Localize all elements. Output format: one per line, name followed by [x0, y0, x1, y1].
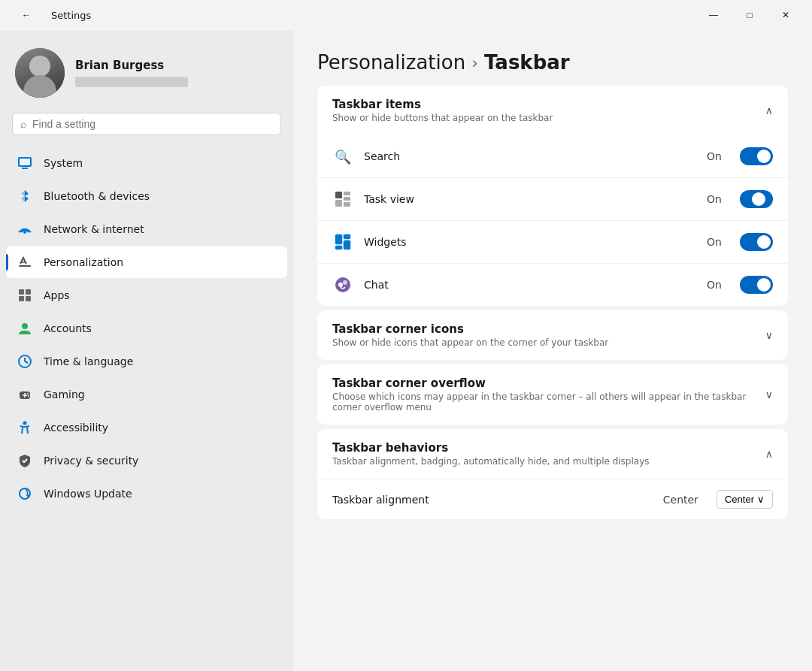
user-name: Brian Burgess: [75, 59, 188, 72]
alignment-dropdown-value: Center: [725, 494, 754, 505]
svg-rect-23: [344, 192, 350, 195]
widgets-item-icon: [332, 231, 353, 252]
taskview-item-status: On: [707, 193, 722, 205]
accounts-nav-icon: [17, 320, 33, 337]
svg-rect-4: [19, 265, 31, 267]
taskview-toggle[interactable]: [740, 190, 773, 208]
svg-point-33: [343, 280, 347, 285]
network-nav-icon: [17, 221, 33, 237]
svg-rect-25: [335, 200, 342, 207]
system-nav-label: System: [44, 157, 83, 169]
user-email-bar: [75, 77, 188, 87]
chat-item-icon: [332, 274, 353, 295]
sidebar-item-system[interactable]: System: [6, 147, 287, 179]
panel-taskbar-items: Taskbar items Show or hide buttons that …: [317, 86, 788, 306]
sidebar-item-gaming[interactable]: Gaming: [6, 379, 287, 410]
chevron-down-icon-2: ∨: [765, 388, 773, 400]
panel-taskbar-corner-icons: Taskbar corner icons Show or hide icons …: [317, 310, 788, 360]
network-nav-label: Network & internet: [44, 223, 144, 235]
personalization-nav-icon: [17, 254, 33, 271]
privacy-nav-icon: [17, 452, 33, 469]
panel-corner-overflow-header[interactable]: Taskbar corner overflow Choose which ico…: [317, 364, 788, 425]
close-button[interactable]: ✕: [768, 3, 803, 27]
avatar: [15, 48, 65, 98]
sidebar-item-apps[interactable]: Apps: [6, 280, 287, 311]
panels-area: Taskbar items Show or hide buttons that …: [293, 86, 812, 671]
panel-behaviors-title: Taskbar behaviors: [332, 441, 650, 455]
gaming-nav-label: Gaming: [44, 388, 85, 400]
svg-rect-22: [335, 192, 342, 198]
breadcrumb-current: Taskbar: [484, 51, 570, 74]
privacy-nav-label: Privacy & security: [44, 455, 138, 467]
taskview-item-label: Task view: [364, 193, 696, 205]
chat-item-status: On: [707, 279, 722, 291]
apps-nav-icon: [17, 287, 33, 304]
chat-toggle[interactable]: [740, 276, 773, 294]
personalization-nav-label: Personalization: [44, 256, 123, 268]
sidebar-item-network[interactable]: Network & internet: [6, 213, 287, 245]
search-item-status: On: [707, 150, 722, 162]
sidebar: Brian Burgess ⌕ SystemBluetooth & device…: [0, 30, 293, 671]
svg-rect-24: [344, 197, 350, 201]
search-toggle[interactable]: [740, 147, 773, 165]
widgets-item-status: On: [707, 236, 722, 248]
search-input[interactable]: [32, 118, 273, 130]
widgets-toggle[interactable]: [740, 233, 773, 251]
back-button[interactable]: ←: [9, 3, 44, 27]
breadcrumb: Personalization › Taskbar: [317, 51, 788, 74]
alignment-dropdown[interactable]: Center ∨: [717, 490, 773, 509]
panel-taskbar-items-title: Taskbar items: [332, 98, 553, 111]
setting-row-search: 🔍 Search On: [317, 135, 788, 177]
svg-rect-7: [26, 289, 31, 295]
time-nav-icon: [17, 353, 33, 370]
sidebar-item-personalization[interactable]: Personalization: [6, 246, 287, 278]
sidebar-item-bluetooth[interactable]: Bluetooth & devices: [6, 180, 287, 212]
svg-rect-27: [335, 234, 342, 244]
maximize-button[interactable]: □: [732, 3, 767, 27]
sidebar-item-time[interactable]: Time & language: [6, 346, 287, 377]
panel-corner-overflow-subtitle: Choose which icons may appear in the tas…: [332, 391, 765, 413]
search-item-icon: 🔍: [332, 146, 353, 167]
panel-taskbar-items-header[interactable]: Taskbar items Show or hide buttons that …: [317, 86, 788, 135]
update-nav-label: Windows Update: [44, 488, 132, 500]
accessibility-nav-icon: [17, 419, 33, 436]
setting-row-chat: Chat On: [317, 263, 788, 306]
panel-taskbar-corner-overflow: Taskbar corner overflow Choose which ico…: [317, 364, 788, 425]
panel-behaviors-header[interactable]: Taskbar behaviors Taskbar alignment, bad…: [317, 429, 788, 479]
apps-nav-label: Apps: [44, 289, 70, 301]
sidebar-item-update[interactable]: Windows Update: [6, 478, 287, 509]
alignment-value: Center: [663, 494, 698, 506]
svg-line-13: [25, 361, 28, 363]
svg-rect-8: [19, 296, 24, 301]
accessibility-nav-label: Accessibility: [44, 422, 108, 434]
svg-rect-9: [26, 296, 31, 301]
nav-list: SystemBluetooth & devicesNetwork & inter…: [0, 147, 293, 509]
svg-point-32: [338, 283, 343, 287]
bluetooth-nav-icon: [17, 188, 33, 204]
panel-corner-icons-header[interactable]: Taskbar corner icons Show or hide icons …: [317, 310, 788, 360]
svg-point-20: [20, 488, 30, 499]
sidebar-item-accounts[interactable]: Accounts: [6, 313, 287, 344]
time-nav-label: Time & language: [44, 355, 133, 367]
title-bar: ← Settings — □ ✕: [0, 0, 812, 30]
alignment-chevron-icon: ∨: [757, 494, 765, 505]
setting-row-widgets: Widgets On: [317, 220, 788, 263]
panel-corner-icons-title: Taskbar corner icons: [332, 322, 608, 336]
sidebar-item-accessibility[interactable]: Accessibility: [6, 412, 287, 443]
minimize-button[interactable]: —: [696, 3, 731, 27]
svg-point-19: [23, 422, 27, 425]
svg-point-18: [28, 395, 29, 397]
bluetooth-nav-label: Bluetooth & devices: [44, 190, 150, 202]
panel-taskbar-items-subtitle: Show or hide buttons that appear on the …: [332, 113, 553, 123]
chevron-down-icon-1: ∨: [765, 329, 773, 341]
svg-rect-28: [344, 234, 350, 239]
page-header: Personalization › Taskbar: [293, 30, 812, 86]
panel-corner-icons-subtitle: Show or hide icons that appear on the co…: [332, 337, 608, 348]
sidebar-item-privacy[interactable]: Privacy & security: [6, 445, 287, 476]
main-content: Personalization › Taskbar Taskbar items …: [293, 30, 812, 671]
svg-point-17: [27, 393, 29, 394]
svg-rect-6: [19, 289, 24, 295]
search-item-label: Search: [364, 150, 696, 162]
svg-point-10: [22, 323, 28, 329]
search-box[interactable]: ⌕: [12, 113, 281, 135]
